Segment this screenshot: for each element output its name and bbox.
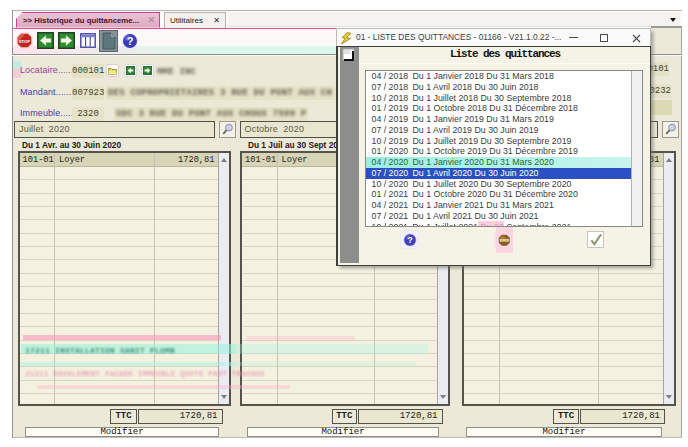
svg-text:?: ? [407,235,412,245]
svg-text:STOP: STOP [19,39,31,44]
svg-text:?: ? [127,35,134,47]
